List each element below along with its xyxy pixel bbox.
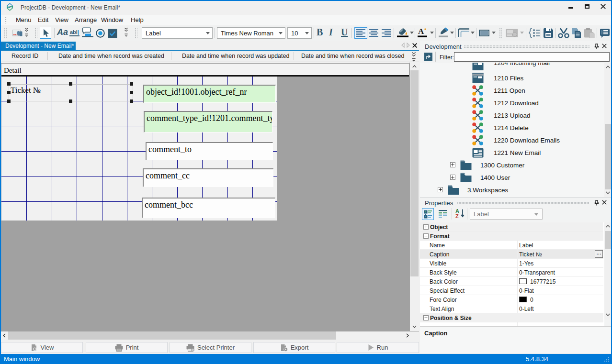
svg-text:A: A	[418, 27, 424, 36]
